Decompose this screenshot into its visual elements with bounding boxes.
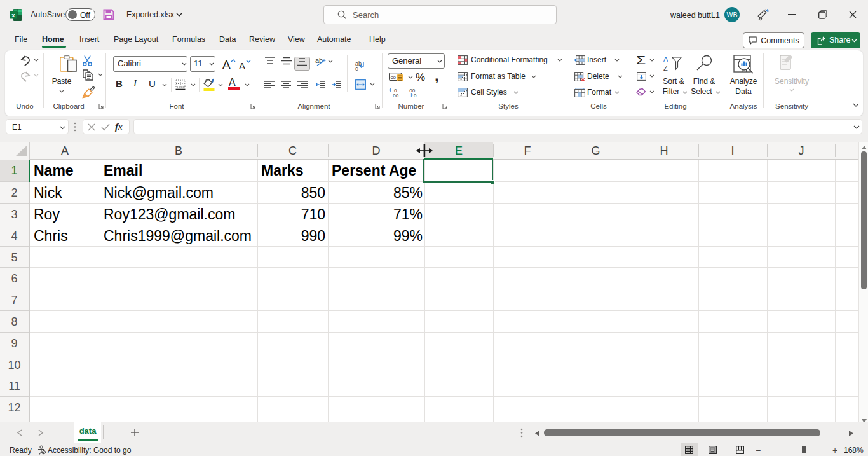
svg-text:Z: Z (663, 64, 668, 72)
svg-text:x: x (11, 11, 15, 18)
svg-text:c: c (355, 66, 358, 71)
svg-text:co: co (391, 74, 397, 80)
svg-text:A: A (663, 55, 668, 63)
svg-text:ab: ab (315, 57, 323, 64)
svg-text:.00: .00 (391, 93, 399, 98)
svg-text:0: 0 (414, 93, 417, 98)
